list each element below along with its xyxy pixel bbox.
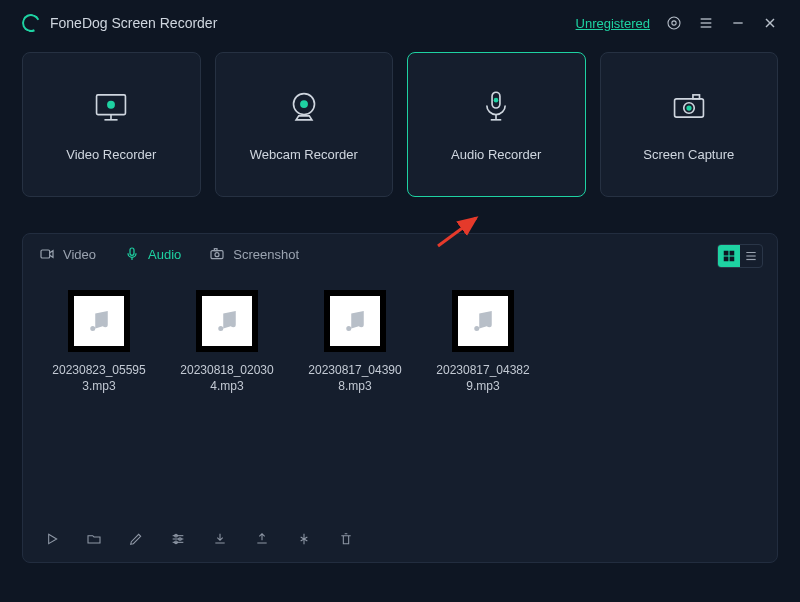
video-recorder-card[interactable]: Video Recorder [22,52,201,197]
recorder-cards: Video Recorder Webcam Recorder [0,42,800,197]
library-grid: 20230823_055953.mp3 20230818_020304.mp3 … [23,272,777,394]
svg-rect-19 [693,95,700,99]
list-item[interactable]: 20230817_043908.mp3 [305,290,405,394]
unregistered-link[interactable]: Unregistered [576,16,650,31]
audio-recorder-card[interactable]: Audio Recorder [407,52,586,197]
tab-audio[interactable]: Audio [124,246,181,262]
screen-capture-card[interactable]: Screen Capture [600,52,779,197]
microphone-icon [475,87,517,129]
monitor-icon [90,87,132,129]
svg-rect-28 [215,249,218,251]
webcam-recorder-label: Webcam Recorder [250,147,358,162]
import-button[interactable] [211,530,229,548]
app-window: FoneDog Screen Recorder Unregistered [0,0,800,602]
sliders-button[interactable] [169,530,187,548]
list-view-button[interactable] [740,245,762,267]
delete-button[interactable] [337,530,355,548]
svg-rect-23 [41,250,50,258]
library-toolbar [23,518,777,562]
titlebar-left: FoneDog Screen Recorder [22,14,217,32]
file-name: 20230817_043829.mp3 [433,362,533,394]
view-toggle [717,244,763,268]
svg-rect-26 [211,251,223,259]
settings-icon[interactable] [666,15,682,31]
svg-point-21 [686,105,691,110]
list-item[interactable]: 20230818_020304.mp3 [177,290,277,394]
svg-point-1 [672,21,676,25]
menu-icon[interactable] [698,15,714,31]
tab-video[interactable]: Video [39,246,96,262]
library-panel: Video Audio Screenshot [22,233,778,563]
svg-point-11 [107,101,115,109]
list-item[interactable]: 20230817_043829.mp3 [433,290,533,394]
svg-rect-24 [130,248,134,255]
trim-button[interactable] [295,530,313,548]
svg-rect-29 [724,251,729,256]
library-tabs: Video Audio Screenshot [23,234,777,272]
list-item[interactable]: 20230823_055953.mp3 [49,290,149,394]
tab-video-label: Video [63,247,96,262]
titlebar: FoneDog Screen Recorder Unregistered [0,0,800,42]
svg-rect-30 [730,251,735,256]
audio-thumbnail-icon [196,290,258,352]
audio-thumbnail-icon [68,290,130,352]
audio-thumbnail-icon [324,290,386,352]
svg-rect-31 [724,257,729,262]
svg-point-27 [215,253,219,257]
webcam-icon [283,87,325,129]
grid-view-button[interactable] [718,245,740,267]
open-folder-button[interactable] [85,530,103,548]
file-name: 20230817_043908.mp3 [305,362,405,394]
webcam-recorder-card[interactable]: Webcam Recorder [215,52,394,197]
app-logo-icon [19,11,42,34]
tab-audio-label: Audio [148,247,181,262]
titlebar-right: Unregistered [576,15,778,31]
export-button[interactable] [253,530,271,548]
audio-thumbnail-icon [452,290,514,352]
audio-recorder-label: Audio Recorder [451,147,541,162]
close-button[interactable] [762,15,778,31]
minimize-button[interactable] [730,15,746,31]
screen-capture-label: Screen Capture [643,147,734,162]
svg-point-17 [494,98,499,103]
tab-screenshot[interactable]: Screenshot [209,246,299,262]
edit-button[interactable] [127,530,145,548]
svg-rect-32 [730,257,735,262]
file-name: 20230818_020304.mp3 [177,362,277,394]
svg-point-0 [668,17,680,29]
camera-icon [668,87,710,129]
svg-point-13 [300,100,308,108]
app-title: FoneDog Screen Recorder [50,15,217,31]
video-recorder-label: Video Recorder [66,147,156,162]
tab-screenshot-label: Screenshot [233,247,299,262]
file-name: 20230823_055953.mp3 [49,362,149,394]
play-button[interactable] [43,530,61,548]
